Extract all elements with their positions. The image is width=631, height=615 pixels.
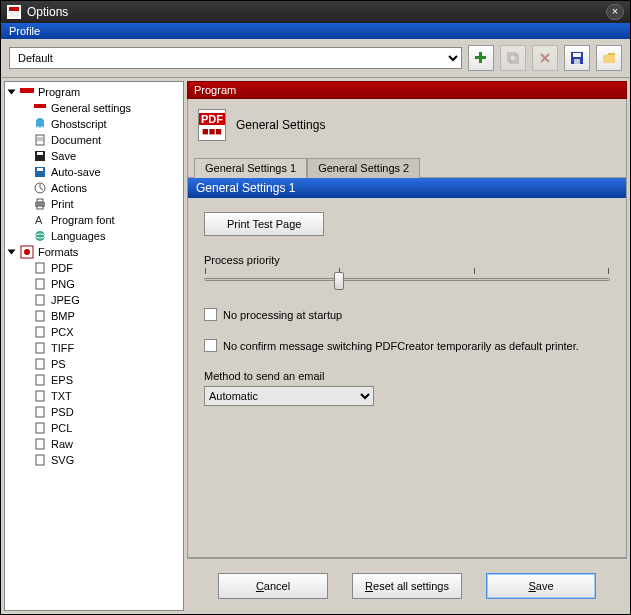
tree-item-tiff[interactable]: TIFF [5,340,183,356]
nav-tree: Program General settings Ghostscript Doc… [4,81,184,611]
profile-section-label: Profile [1,23,630,39]
section-header: Program [187,81,627,99]
profile-delete-button [532,45,558,71]
profile-open-button[interactable] [596,45,622,71]
tree-item-pdf[interactable]: PDF [5,260,183,276]
tree-item-document[interactable]: Document [5,132,183,148]
tree-item-jpeg[interactable]: JPEG [5,292,183,308]
font-icon: A [33,213,47,227]
dialog-buttons: Cancel Reset all settings Save [187,558,627,611]
profile-add-button[interactable] [468,45,494,71]
no-processing-checkbox[interactable] [204,308,217,321]
tree-item-bmp[interactable]: BMP [5,308,183,324]
svg-rect-33 [36,279,44,289]
svg-rect-36 [36,327,44,337]
svg-rect-6 [510,55,518,63]
svg-rect-15 [34,104,46,108]
profile-toolbar: Default [1,39,630,77]
email-method-label: Method to send an email [204,370,610,382]
svg-rect-4 [475,56,486,59]
tab-general-settings-2[interactable]: General Settings 2 [307,158,420,178]
pdf-badge-icon: PDF■■■ [198,109,226,141]
no-processing-label: No processing at startup [223,309,342,321]
profile-select[interactable]: Default [9,47,462,69]
svg-rect-22 [37,168,43,171]
tree-item-print[interactable]: Print [5,196,183,212]
tree-item-program-font[interactable]: AProgram font [5,212,183,228]
tree-item-general-settings[interactable]: General settings [5,100,183,116]
printer-icon [33,197,47,211]
svg-rect-38 [36,359,44,369]
tree-item-psd[interactable]: PSD [5,404,183,420]
tab-general-settings-1[interactable]: General Settings 1 [194,158,307,178]
tree-item-svg[interactable]: SVG [5,452,183,468]
priority-slider[interactable] [204,268,610,290]
process-priority-group: Process priority [204,254,610,290]
subsection-header: General Settings 1 [188,178,626,198]
file-icon [33,437,47,451]
app-icon [7,5,21,19]
slider-thumb[interactable] [334,272,344,290]
svg-rect-5 [508,53,516,61]
profile-copy-button [500,45,526,71]
profile-save-button[interactable] [564,45,590,71]
email-method-select[interactable]: Automatic [204,386,374,406]
tree-node-program[interactable]: Program [5,84,183,100]
svg-rect-20 [37,152,43,155]
tree-item-raw[interactable]: Raw [5,436,183,452]
floppy-icon [33,149,47,163]
file-icon [33,405,47,419]
save-button[interactable]: Save [486,573,596,599]
svg-rect-44 [36,455,44,465]
file-icon [33,261,47,275]
reset-button[interactable]: Reset all settings [352,573,462,599]
print-test-page-button[interactable]: Print Test Page [204,212,324,236]
svg-rect-34 [36,295,44,305]
tree-item-auto-save[interactable]: Auto-save [5,164,183,180]
svg-point-31 [24,249,30,255]
priority-label: Process priority [204,254,610,266]
close-button[interactable]: × [606,4,624,20]
no-confirm-checkbox[interactable] [204,339,217,352]
svg-rect-13 [20,88,34,93]
file-icon [33,357,47,371]
file-icon [33,421,47,435]
tree-item-txt[interactable]: TXT [5,388,183,404]
tree-item-languages[interactable]: Languages [5,228,183,244]
pdf-icon [20,85,34,99]
titlebar: Options × [1,1,630,23]
document-icon [33,133,47,147]
actions-icon [33,181,47,195]
window-title: Options [27,5,606,19]
tree-item-png[interactable]: PNG [5,276,183,292]
formats-icon [20,245,34,259]
tree-item-eps[interactable]: EPS [5,372,183,388]
svg-rect-37 [36,343,44,353]
page-title: General Settings [236,118,325,132]
tree-item-ghostscript[interactable]: Ghostscript [5,116,183,132]
globe-icon [33,229,47,243]
pdf-icon [33,101,47,115]
tree-item-pcl[interactable]: PCL [5,420,183,436]
file-icon [33,309,47,323]
svg-rect-11 [574,59,580,64]
tab-body: General Settings 1 Print Test Page Proce… [187,177,627,558]
svg-rect-2 [9,12,19,17]
svg-text:A: A [35,214,43,226]
tree-item-actions[interactable]: Actions [5,180,183,196]
svg-rect-26 [37,206,43,209]
file-icon [33,389,47,403]
main-area: Program General settings Ghostscript Doc… [1,77,630,614]
content-panel: Program PDF■■■ General Settings General … [187,81,627,611]
cancel-button[interactable]: Cancel [218,573,328,599]
tree-item-pcx[interactable]: PCX [5,324,183,340]
svg-rect-41 [36,407,44,417]
svg-rect-1 [9,7,19,11]
svg-rect-35 [36,311,44,321]
tree-item-ps[interactable]: PS [5,356,183,372]
tree-node-formats[interactable]: Formats [5,244,183,260]
tree-item-save[interactable]: Save [5,148,183,164]
no-confirm-label: No confirm message switching PDFCreator … [223,340,579,352]
file-icon [33,341,47,355]
options-window: Options × Profile Default Program Genera… [0,0,631,615]
